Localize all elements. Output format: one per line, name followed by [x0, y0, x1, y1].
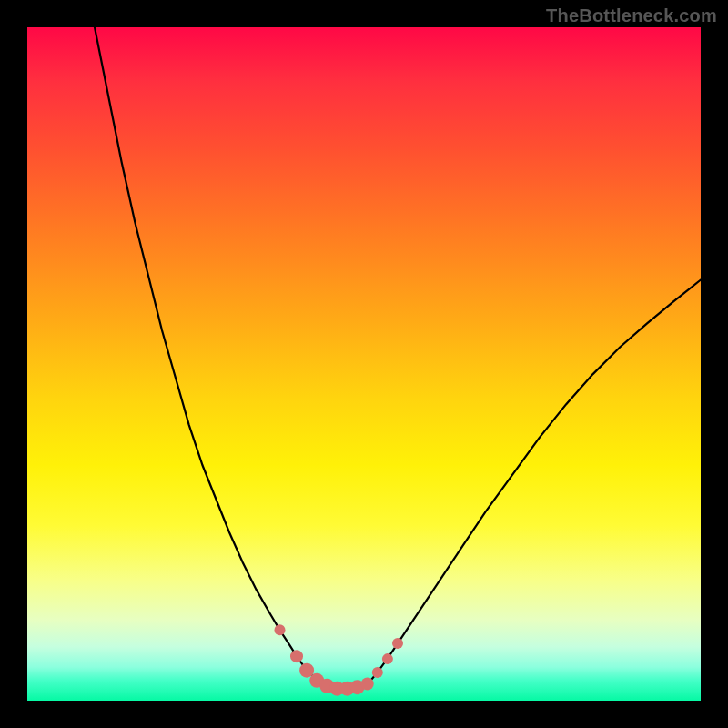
- curve-left: [95, 27, 324, 686]
- data-marker: [372, 667, 383, 678]
- data-marker: [392, 638, 403, 649]
- data-marker: [275, 624, 286, 635]
- plot-area: [27, 27, 701, 701]
- chart-frame: TheBottleneck.com: [0, 0, 728, 728]
- chart-svg: [27, 27, 701, 701]
- data-marker: [361, 678, 374, 691]
- data-markers: [275, 624, 404, 695]
- data-marker: [290, 650, 303, 662]
- watermark-text: TheBottleneck.com: [546, 5, 717, 26]
- curve-right: [364, 280, 701, 686]
- data-marker: [382, 653, 393, 664]
